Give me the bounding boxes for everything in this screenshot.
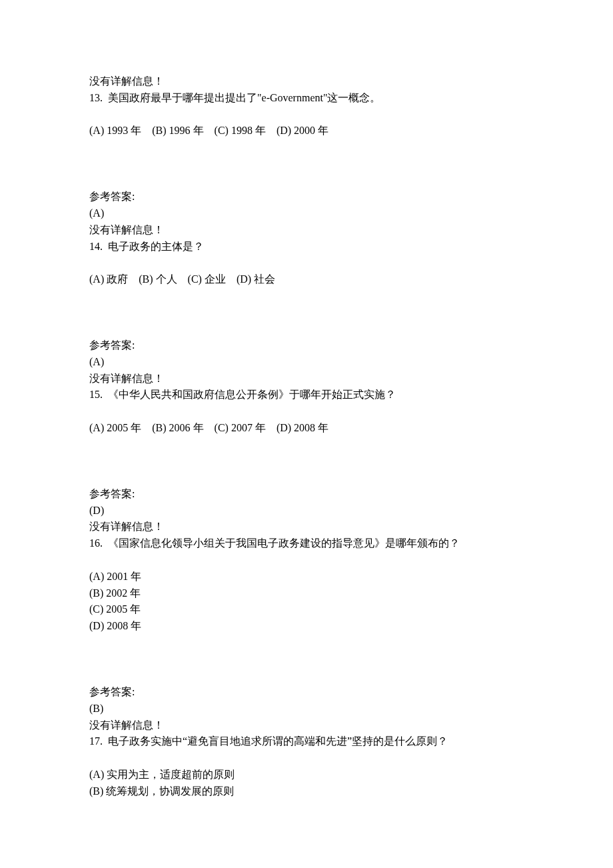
q17-question-line: 17. 电子政务实施中“避免盲目地追求所谓的高端和先进”坚持的是什么原则？	[89, 733, 524, 750]
q14-answer: (A)	[89, 354, 524, 371]
q15-option-d: (D) 2008 年	[277, 422, 328, 433]
q15-option-c: (C) 2007 年	[215, 422, 266, 433]
q13-question-line: 13. 美国政府最早于哪年提出提出了"e-Government"这一概念。	[89, 90, 524, 107]
q14-no-detail: 没有详解信息！	[89, 371, 524, 387]
q15-option-a: (A) 2005 年	[89, 422, 141, 433]
q14-question: 电子政务的主体是？	[108, 241, 204, 252]
q14-option-a: (A) 政府	[89, 273, 128, 285]
blank-line	[89, 255, 524, 271]
q16-number: 16.	[89, 537, 103, 549]
blank-line	[89, 107, 524, 123]
q16-option-b: (B) 2002 年	[89, 585, 524, 602]
q13-options: (A) 1993 年(B) 1996 年(C) 1998 年(D) 2000 年	[89, 123, 524, 139]
blank-line	[89, 552, 524, 569]
q16-no-detail: 没有详解信息！	[89, 717, 524, 734]
q14-question-line: 14. 电子政务的主体是？	[89, 239, 524, 255]
q17-question: 电子政务实施中“避免盲目地追求所谓的高端和先进”坚持的是什么原则？	[108, 735, 448, 747]
q13-question: 美国政府最早于哪年提出提出了"e-Government"这一概念。	[108, 92, 380, 103]
q16-answer-label: 参考答案:	[89, 684, 524, 701]
q14-answer-label: 参考答案:	[89, 337, 524, 354]
blank-line	[89, 403, 524, 420]
q14-option-b: (B) 个人	[139, 273, 177, 285]
q13-option-a: (A) 1993 年	[89, 125, 141, 136]
q14-option-d: (D) 社会	[237, 273, 275, 285]
q17-option-a: (A) 实用为主，适度超前的原则	[89, 767, 524, 783]
q13-option-b: (B) 1996 年	[152, 125, 203, 136]
q13-answer: (A)	[89, 205, 524, 222]
q14-options: (A) 政府(B) 个人(C) 企业(D) 社会	[89, 271, 524, 288]
q12-no-detail: 没有详解信息！	[89, 73, 524, 90]
spacer	[89, 139, 524, 189]
spacer	[89, 288, 524, 337]
q16-answer: (B)	[89, 701, 524, 717]
q15-answer-label: 参考答案:	[89, 486, 524, 503]
q14-option-c: (C) 企业	[188, 273, 226, 285]
q13-no-detail: 没有详解信息！	[89, 222, 524, 239]
q15-option-b: (B) 2006 年	[152, 422, 203, 433]
q15-answer: (D)	[89, 503, 524, 519]
q15-question-line: 15. 《中华人民共和国政府信息公开条例》于哪年开始正式实施？	[89, 387, 524, 403]
spacer	[89, 635, 524, 684]
q13-answer-label: 参考答案:	[89, 189, 524, 205]
q16-option-d: (D) 2008 年	[89, 618, 524, 635]
q15-no-detail: 没有详解信息！	[89, 519, 524, 535]
q17-number: 17.	[89, 735, 103, 747]
q15-number: 15.	[89, 389, 103, 400]
q15-options: (A) 2005 年(B) 2006 年(C) 2007 年(D) 2008 年	[89, 420, 524, 437]
q16-question: 《国家信息化领导小组关于我国电子政务建设的指导意见》是哪年颁布的？	[108, 537, 460, 549]
q13-option-c: (C) 1998 年	[215, 125, 266, 136]
q14-number: 14.	[89, 241, 103, 252]
blank-line	[89, 750, 524, 767]
q16-option-c: (C) 2005 年	[89, 601, 524, 618]
q13-number: 13.	[89, 92, 103, 103]
q16-option-a: (A) 2001 年	[89, 569, 524, 585]
q13-option-d: (D) 2000 年	[277, 125, 328, 136]
q17-option-b: (B) 统筹规划，协调发展的原则	[89, 783, 524, 800]
spacer	[89, 437, 524, 486]
q15-question: 《中华人民共和国政府信息公开条例》于哪年开始正式实施？	[108, 389, 396, 400]
q16-question-line: 16. 《国家信息化领导小组关于我国电子政务建设的指导意见》是哪年颁布的？	[89, 535, 524, 552]
